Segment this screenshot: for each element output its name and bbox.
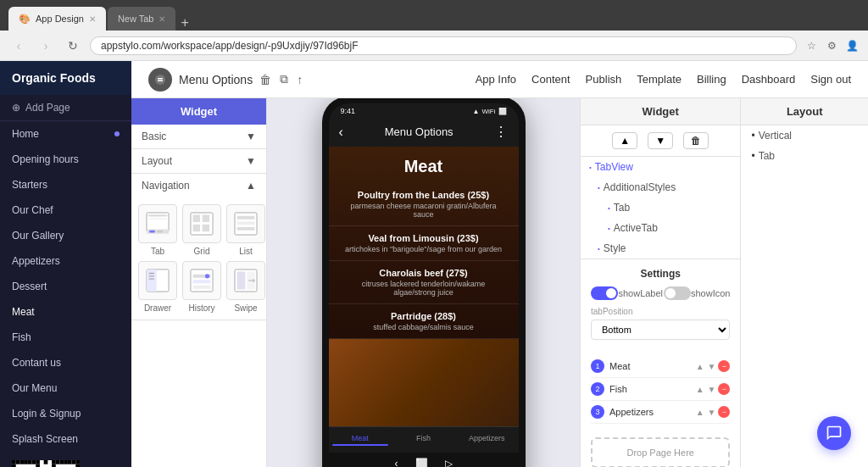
tab-move-up-1[interactable]: ▲ [695,383,705,395]
tab-position-select[interactable]: Bottom Top [591,320,730,340]
back-button[interactable]: ‹ [8,39,29,53]
widget-section-basic-header[interactable]: Basic ▼ [131,125,266,148]
tab-move-down-1[interactable]: ▼ [707,383,717,395]
widget-item-tab[interactable]: Tab [138,204,177,256]
sidebar-item-starters[interactable]: Starters [0,172,131,197]
widget-arrows: ▲ ▼ 🗑 [581,125,740,157]
url-bar[interactable] [90,36,797,55]
svg-rect-17 [237,221,255,225]
chevron-down-icon: ▼ [246,131,256,142]
browser-icons: ☆ ⚙ 👤 [804,38,860,53]
settings-title: Settings [591,268,730,280]
app-design-favicon: 🎨 [19,14,31,25]
chevron-down-icon-layout: ▼ [246,155,256,167]
sidebar-item-appetizers[interactable]: Appetizers [0,248,131,274]
sidebar-item-home[interactable]: Home [0,121,131,147]
nav-link-template[interactable]: Template [637,73,682,86]
tree-item-activetab[interactable]: •ActiveTab [581,218,740,238]
new-tab-button[interactable]: + [177,15,192,31]
widget-tree: •TabView•AdditionalStyles•Tab•ActiveTab•… [581,157,740,259]
tree-dot: • [598,184,600,192]
svg-rect-27 [193,286,211,289]
tree-item-tabview[interactable]: •TabView [581,157,740,177]
forward-button[interactable]: › [36,39,56,53]
widget-item-drawer[interactable]: Drawer [138,261,177,313]
phone-back-button[interactable]: ‹ [339,125,343,140]
tab-move-up-2[interactable]: ▲ [695,406,705,418]
profile-icon[interactable]: 👤 [844,38,860,53]
sidebar-item-splash-screen[interactable]: Splash Screen [0,426,131,452]
svg-rect-13 [193,225,200,231]
nav-link-content[interactable]: Content [531,73,570,86]
navigation-label: Navigation [142,180,190,192]
sidebar-item-login-&-signup[interactable]: Login & Signup [0,401,131,426]
browser-tab-new-tab[interactable]: New Tab ✕ [108,7,176,31]
drop-zone[interactable]: Drop Page Here [591,437,730,467]
widget-item-history[interactable]: History [182,261,221,313]
widget-section-layout-header[interactable]: Layout ▼ [131,149,266,173]
chevron-up-icon: ▲ [246,180,256,192]
copy-icon[interactable]: ⧉ [280,72,288,86]
close-tab-new-tab[interactable]: ✕ [159,14,165,24]
trash-icon[interactable]: 🗑 [259,73,271,86]
sidebar-item-dessert[interactable]: Dessert [0,274,131,299]
phone-home-icon[interactable]: ⬜ [415,458,428,467]
svg-rect-14 [203,225,209,231]
phone-tab-appetizers[interactable]: Appetizers [455,427,519,453]
phone-tab-fish[interactable]: Fish [392,427,455,453]
widget-panel-right-title: Widget [581,98,740,125]
nav-link-publish[interactable]: Publish [586,73,622,86]
tab-list-item-fish: 2 Fish ▲ ▼ − [591,378,730,401]
phone-recent-icon[interactable]: ▷ [445,458,453,467]
chat-button[interactable] [817,416,851,450]
close-tab-app-design[interactable]: ✕ [89,14,96,24]
sidebar-item-fish[interactable]: Fish [0,325,131,350]
refresh-button[interactable]: ↻ [63,39,83,53]
tab-move-up-0[interactable]: ▲ [695,360,705,372]
tab-move-down-0[interactable]: ▼ [707,360,717,372]
tab-remove-1[interactable]: − [718,383,730,395]
sidebar-item-contant-us[interactable]: Contant us [0,350,131,375]
phone-time: 9:41 [341,107,356,115]
sidebar-item-our-chef[interactable]: Our Chef [0,197,131,223]
svg-rect-16 [237,216,255,220]
widget-item-grid[interactable]: Grid [182,204,221,256]
phone-tab-meat[interactable]: Meat [329,427,392,453]
move-down-button[interactable]: ▼ [648,132,673,149]
share-icon[interactable]: ↑ [297,73,303,86]
tree-item-tab[interactable]: •Tab [581,197,740,218]
tree-item-style[interactable]: •Style [581,238,740,259]
tab-remove-0[interactable]: − [718,360,730,372]
widget-item-list[interactable]: List [226,204,265,256]
sidebar-item-opening-hours[interactable]: Opening hours [0,147,131,172]
tree-label-1: AdditionalStyles [604,181,676,193]
tab-label-app-design: App Design [36,14,84,24]
widget-section-navigation-header[interactable]: Navigation ▲ [131,174,266,197]
bookmark-icon[interactable]: ☆ [804,38,819,53]
browser-tab-app-design[interactable]: 🎨 App Design ✕ [8,7,106,31]
sidebar-item-our-menu[interactable]: Our Menu [0,375,131,401]
tab-num-0: 1 [591,359,604,373]
add-page-button[interactable]: ⊕ Add Page [0,95,131,121]
move-up-button[interactable]: ▲ [612,132,637,149]
phone-back-nav-icon[interactable]: ‹ [395,458,398,467]
tab-move-down-2[interactable]: ▼ [707,406,717,418]
menu-item-desc-0: parmesan cheese macaroni gratin/Albufera… [341,202,507,219]
nav-link-dashboard[interactable]: Dashboard [742,73,796,86]
show-label-toggle[interactable] [591,286,618,300]
extension-icon[interactable]: ⚙ [824,38,839,53]
tab-remove-2[interactable]: − [718,406,730,418]
nav-link-billing[interactable]: Billing [697,73,726,86]
phone-more-button[interactable]: ⋮ [494,124,508,140]
nav-link-app-info[interactable]: App Info [476,73,516,86]
widget-item-swipe[interactable]: Swipe [226,261,265,313]
nav-link-sign-out[interactable]: Sign out [810,73,851,86]
show-icon-toggle[interactable] [664,286,691,300]
delete-widget-button[interactable]: 🗑 [683,132,709,149]
tree-item-additionalstyles[interactable]: •AdditionalStyles [581,177,740,197]
sidebar-item-meat[interactable]: Meat [0,299,131,325]
tree-label-2: Tab [614,202,630,214]
tab-list-item-meat: 1 Meat ▲ ▼ − [591,355,730,378]
sidebar-item-our-gallery[interactable]: Our Gallery [0,223,131,248]
tree-label-4: Style [604,242,626,254]
